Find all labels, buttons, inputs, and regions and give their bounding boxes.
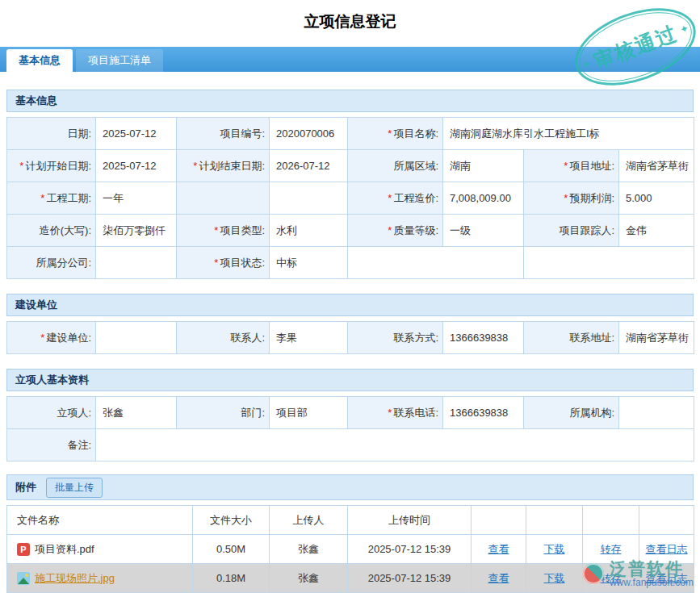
transfer-link[interactable]: 转存 [601, 543, 622, 555]
required-mark: * [214, 257, 218, 269]
col-action [526, 506, 583, 535]
required-mark: * [564, 192, 568, 204]
field-label: *项目类型: [177, 215, 270, 247]
view-log-link[interactable]: 查看日志 [646, 543, 688, 555]
col-file-name: 文件名称 [7, 506, 193, 535]
field-value: 柒佰万零捌仟 [96, 215, 177, 247]
field-label: 造价(大写): [7, 215, 96, 247]
field-label: 联系人: [177, 322, 270, 354]
form-row: 备注: [7, 429, 694, 461]
form-row: 立项人: 张鑫 部门: 项目部 *联系电话: 1366639838 所属机构: [7, 397, 694, 429]
field-value: 7,008,009.00 [443, 182, 524, 215]
field-label: *项目状态: [177, 247, 270, 279]
field-label: 部门: [177, 397, 270, 429]
file-size: 0.18M [193, 564, 270, 593]
vendor-url: www.fanpusoft.com [610, 578, 694, 588]
action-cell: 查看 [472, 535, 526, 564]
field-label: 所属分公司: [7, 247, 96, 279]
field-value: 湖南 [443, 150, 524, 182]
col-action [472, 506, 526, 535]
required-mark: * [40, 332, 44, 344]
col-uploader: 上传人 [270, 506, 348, 535]
stamp-star-icon: ✦ [581, 57, 593, 72]
section-title-founder-info: 立项人基本资料 [6, 369, 694, 391]
file-name-cell: P 项目资料.pdf [7, 535, 193, 564]
field-label: 联系方式: [348, 322, 443, 354]
vendor-watermark: 泛普软件 www.fanpusoft.com [583, 559, 694, 588]
field-label [177, 182, 270, 215]
field-value: 2026-07-12 [270, 150, 348, 182]
empty-cell [524, 247, 694, 279]
field-value [96, 429, 694, 461]
field-value: 中标 [270, 247, 348, 279]
required-mark: * [388, 192, 392, 204]
empty-cell [348, 247, 524, 279]
col-action [639, 506, 694, 535]
field-label: *工程工期: [7, 182, 96, 215]
attachments-header: 附件 批量上传 [6, 474, 694, 500]
pdf-file-icon: P [17, 543, 30, 556]
basic-info-table: 日期: 2025-07-12 项目编号: 2020070006 *项目名称: 湖… [6, 117, 694, 279]
section-title-basic: 基本信息 [6, 90, 694, 112]
section-title-construction-unit: 建设单位 [6, 294, 694, 316]
file-upload-time: 2025-07-12 15:39 [348, 564, 472, 593]
form-row: *计划开始日期: 2025-07-12 *计划结束日期: 2026-07-12 … [7, 150, 694, 182]
attachments-header-row: 文件名称 文件大小 上传人 上传时间 [7, 506, 694, 535]
field-label: 联系地址: [524, 322, 619, 354]
download-link[interactable]: 下载 [544, 543, 565, 555]
image-file-icon [17, 572, 30, 585]
required-mark: * [388, 407, 392, 419]
field-label: 项目编号: [177, 118, 270, 150]
field-value: 1366639838 [443, 397, 524, 429]
page-title: 立项信息登记 [0, 0, 700, 32]
field-label: 备注: [7, 429, 96, 461]
field-label: *预期利润: [524, 182, 619, 215]
field-value: 一级 [443, 215, 524, 247]
section-founder-info: 立项人基本资料 立项人: 张鑫 部门: 项目部 *联系电话: 136663983… [6, 369, 694, 461]
required-mark: * [214, 224, 218, 236]
section-construction-unit: 建设单位 *建设单位: 联系人: 李果 联系方式: 1366639838 联系地… [6, 294, 694, 354]
field-value: 2025-07-12 [96, 150, 177, 182]
required-mark: * [388, 224, 392, 236]
required-mark: * [19, 160, 23, 172]
field-label: 立项人: [7, 397, 96, 429]
field-label: *项目地址: [524, 150, 619, 182]
file-name-cell: 施工现场照片.jpg [7, 564, 193, 593]
page: 立项信息登记 ✦ 审核通过 ✦ 基本信息 项目施工清单 基本信息 日期: 202… [0, 0, 700, 593]
field-label: 项目跟踪人: [524, 215, 619, 247]
required-mark: * [193, 160, 197, 172]
form-row: 所属分公司: *项目状态: 中标 [7, 247, 694, 279]
required-mark: * [40, 192, 44, 204]
field-label: *建设单位: [7, 322, 96, 354]
field-value: 2025-07-12 [96, 118, 177, 150]
field-label: 所属区域: [348, 150, 443, 182]
download-link[interactable]: 下载 [544, 572, 565, 584]
form-row: 日期: 2025-07-12 项目编号: 2020070006 *项目名称: 湖… [7, 118, 694, 150]
field-label: *计划结束日期: [177, 150, 270, 182]
field-label: *质量等级: [348, 215, 443, 247]
field-label: *工程造价: [348, 182, 443, 215]
field-label: *计划开始日期: [7, 150, 96, 182]
form-row: *工程工期: 一年 *工程造价: 7,008,009.00 *预期利润: 5.0… [7, 182, 694, 215]
view-link[interactable]: 查看 [488, 572, 509, 584]
content: 基本信息 日期: 2025-07-12 项目编号: 2020070006 *项目… [6, 90, 694, 593]
tab-project-construction-list[interactable]: 项目施工清单 [76, 49, 163, 72]
field-value: 一年 [96, 182, 177, 215]
section-basic-info: 基本信息 日期: 2025-07-12 项目编号: 2020070006 *项目… [6, 90, 694, 279]
field-value: 湖南省茅草街 [619, 322, 694, 354]
tab-basic-info[interactable]: 基本信息 [6, 49, 73, 72]
batch-upload-button[interactable]: 批量上传 [46, 478, 103, 498]
field-value: 2020070006 [270, 118, 348, 150]
field-value [270, 182, 348, 215]
file-upload-time: 2025-07-12 15:39 [348, 535, 472, 564]
view-link[interactable]: 查看 [488, 543, 509, 555]
field-value: 5.000 [619, 182, 694, 215]
file-size: 0.50M [193, 535, 270, 564]
file-uploader: 张鑫 [270, 564, 348, 593]
vendor-brand: 泛普软件 [610, 559, 684, 578]
action-cell: 下载 [526, 535, 583, 564]
required-mark: * [564, 160, 568, 172]
field-value: 张鑫 [96, 397, 177, 429]
file-name-link[interactable]: 施工现场照片.jpg [35, 571, 115, 586]
construction-unit-table: *建设单位: 联系人: 李果 联系方式: 1366639838 联系地址: 湖南… [6, 321, 694, 354]
